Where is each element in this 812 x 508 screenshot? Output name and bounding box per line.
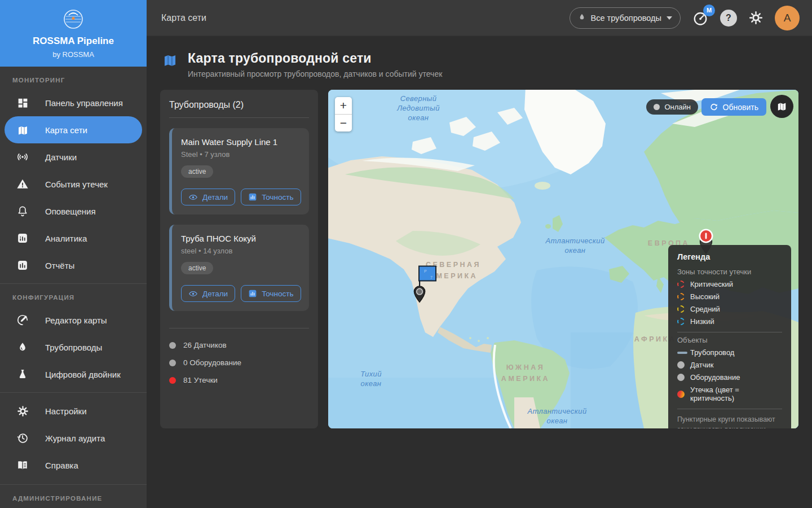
zoom-control: + − <box>335 97 352 132</box>
legend-zone-critical: Критический <box>677 280 782 288</box>
pipelines-panel: Трубопроводы (2) Main Water Supply Line … <box>160 90 318 428</box>
leak-dot <box>169 377 176 384</box>
network-map[interactable]: Северный Ледовитый океан Атлантический о… <box>328 90 798 428</box>
page-title: Карта трубопроводной сети <box>188 51 442 66</box>
sidebar-item-label: Аналитика <box>45 234 87 243</box>
divider <box>169 117 309 118</box>
legend-note: Пунктирные круги показывают зону точност… <box>677 415 782 428</box>
legend-object-leak: Утечка (цвет = критичность) <box>677 386 782 402</box>
svg-text:7: 7 <box>430 275 433 279</box>
brand-title: ROSSMA Pipeline <box>33 36 114 47</box>
sidebar-item-help[interactable]: Справка <box>5 452 142 479</box>
sidebar-item-map-editor[interactable]: Редактор карты <box>5 306 142 334</box>
sidebar-item-sensors[interactable]: Датчики <box>5 143 142 170</box>
map-icon <box>776 101 787 112</box>
droplet-icon <box>16 340 29 354</box>
sensor-swatch <box>677 361 685 369</box>
object-label: Датчик <box>690 361 713 369</box>
sidebar-item-settings[interactable]: Настройки <box>5 397 142 424</box>
bar-chart-icon <box>248 289 257 298</box>
map-icon <box>16 123 29 137</box>
sidebar-item-label: События утечек <box>45 179 108 189</box>
refresh-icon <box>709 103 718 112</box>
legend-object-equipment: Оборудование <box>677 373 782 382</box>
legend-objects-title: Объекты <box>677 336 782 344</box>
object-label: Трубопровод <box>690 348 734 357</box>
sidebar-item-analytics[interactable]: Аналитика <box>5 225 142 252</box>
sidebar-item-network-map[interactable]: Карта сети <box>5 116 142 143</box>
chevron-down-icon <box>667 16 672 20</box>
legend-zones-title: Зоны точности утечки <box>677 268 782 276</box>
avatar[interactable]: A <box>775 6 800 30</box>
sidebar-item-alerts[interactable]: Оповещения <box>5 198 142 225</box>
refresh-label: Обновить <box>723 103 758 112</box>
sidebar-item-label: Настройки <box>45 406 87 416</box>
sidebar-item-label: Панель управления <box>45 98 123 108</box>
details-button[interactable]: Детали <box>181 189 235 205</box>
pipelines-panel-title: Трубопроводы (2) <box>169 100 309 110</box>
section-configuration: КОНФИГУРАЦИЯ <box>0 284 147 306</box>
zone-label: Высокий <box>690 292 720 301</box>
brand-header: ROSSMA Pipeline by ROSSMA <box>0 0 147 67</box>
sidebar-item-label: Отчёты <box>45 261 74 270</box>
gear-icon <box>748 10 764 25</box>
droplet-icon <box>578 13 586 23</box>
stat-label: 0 Оборудование <box>183 358 241 367</box>
pipeline-card[interactable]: Main Water Supply Line 1 Steel • 7 узлов… <box>169 128 309 214</box>
stat-leaks: 81 Утечки <box>169 376 309 384</box>
equipment-dot <box>169 360 176 366</box>
settings-button[interactable] <box>748 10 764 25</box>
zoom-out-button[interactable]: − <box>335 115 352 132</box>
online-status-badge: Онлайн <box>646 99 698 115</box>
leak-swatch <box>677 391 685 398</box>
question-icon: ? <box>726 13 731 23</box>
monitor-badge: M <box>703 5 715 16</box>
refresh-button[interactable]: Обновить <box>701 98 766 116</box>
analytics-icon <box>16 231 29 245</box>
map-edit-icon <box>16 313 29 327</box>
sidebar-item-leak-events[interactable]: События утечек <box>5 170 142 198</box>
sidebar-item-digital-twin[interactable]: Цифровой двойник <box>5 361 142 388</box>
details-button[interactable]: Детали <box>181 285 235 302</box>
sidebar-item-label: Трубопроводы <box>45 343 102 352</box>
eye-icon <box>188 289 198 299</box>
pipeline-flag-marker[interactable]: P 7 <box>413 265 438 305</box>
map-layers-button[interactable] <box>770 95 793 118</box>
legend-zone-medium: Средний <box>677 305 782 313</box>
monitor-gauge-button[interactable]: M <box>692 10 709 27</box>
pipeline-line-swatch <box>677 352 687 354</box>
legend-zone-high: Высокий <box>677 292 782 301</box>
brand-subtitle: by ROSSMA <box>52 50 94 59</box>
stat-sensors: 26 Датчиков <box>169 341 309 349</box>
accuracy-label: Точность <box>262 290 293 298</box>
low-zone-swatch <box>677 318 685 325</box>
pipeline-meta: Steel • 7 узлов <box>181 150 301 159</box>
sidebar-item-audit-log[interactable]: Журнал аудита <box>5 424 142 452</box>
sidebar-item-label: Журнал аудита <box>45 433 105 443</box>
accuracy-button[interactable]: Точность <box>241 285 301 302</box>
help-button[interactable]: ? <box>720 10 737 27</box>
bar-chart-icon <box>248 192 257 202</box>
sidebar: ROSSMA Pipeline by ROSSMA МОНИТОРИНГ Пан… <box>0 0 147 508</box>
accuracy-button[interactable]: Точность <box>241 189 301 205</box>
topbar: Карта сети Все трубопроводы M ? A <box>147 0 812 36</box>
pipeline-filter-dropdown[interactable]: Все трубопроводы <box>570 7 681 29</box>
divider <box>677 409 782 409</box>
sidebar-item-label: Оповещения <box>45 207 96 216</box>
pipeline-card[interactable]: Труба ПНОС Кокуй steel • 14 узлов active… <box>169 225 309 311</box>
critical-zone-swatch <box>677 281 685 288</box>
sidebar-item-dashboard[interactable]: Панель управления <box>5 89 142 116</box>
sidebar-item-label: Цифровой двойник <box>45 370 121 379</box>
status-badge: active <box>181 165 213 178</box>
zone-label: Средний <box>690 305 720 313</box>
pipeline-meta: steel • 14 узлов <box>181 247 301 255</box>
section-administration: АДМИНИСТРИРОВАНИЕ <box>0 485 147 507</box>
sidebar-item-reports[interactable]: Отчёты <box>5 252 142 279</box>
sidebar-item-label: Карта сети <box>45 125 87 135</box>
topbar-actions: Все трубопроводы M ? A <box>570 6 800 30</box>
legend-object-sensor: Датчик <box>677 361 782 369</box>
sidebar-item-pipelines[interactable]: Трубопроводы <box>5 334 142 361</box>
eye-icon <box>188 192 198 202</box>
zoom-in-button[interactable]: + <box>335 97 352 114</box>
page-header: Карта трубопроводной сети Интерактивный … <box>147 36 812 87</box>
